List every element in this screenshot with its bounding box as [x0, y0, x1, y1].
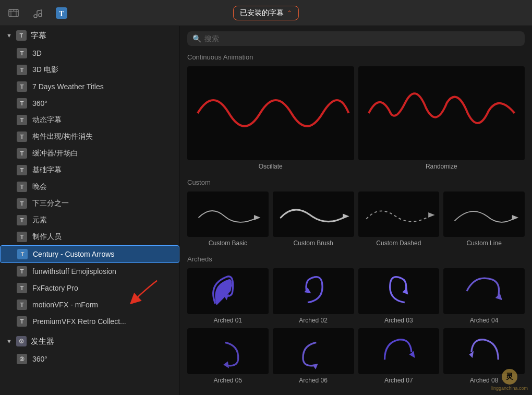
- expand-arrow-icon: ▼: [6, 32, 12, 39]
- svg-marker-12: [254, 215, 261, 220]
- t-icon: T: [17, 81, 27, 92]
- thumb-arched-05[interactable]: Arched 05: [187, 328, 269, 384]
- t-icon: T: [17, 131, 27, 142]
- sidebar-item-gen-360[interactable]: ② 360°: [0, 351, 179, 367]
- sidebar-section-zimu[interactable]: ▼ T 字幕: [0, 26, 179, 45]
- sidebar-item-buffer[interactable]: T 缓冲器/开场白: [0, 145, 179, 162]
- svg-line-9: [37, 10, 42, 11]
- toolbar: ★ T 已安装的字幕 ⌃: [0, 0, 532, 26]
- sidebar-item-basic[interactable]: T 基础字幕: [0, 162, 179, 178]
- thumb-arched-07[interactable]: Arched 07: [358, 328, 440, 384]
- chevron-icon: ⌃: [287, 9, 292, 17]
- svg-marker-14: [428, 212, 435, 218]
- sidebar-section-generator[interactable]: ▼ ② 发生器: [0, 332, 179, 351]
- svg-marker-15: [512, 215, 519, 220]
- t-icon: T: [17, 283, 27, 293]
- text-icon[interactable]: T: [53, 5, 70, 21]
- sidebar-item-wanhui[interactable]: T 晚会: [0, 178, 179, 195]
- custom-grid: Custom Basic Custom Brush: [187, 191, 525, 247]
- svg-marker-21: [312, 364, 318, 369]
- installed-dropdown[interactable]: 已安装的字幕 ⌃: [233, 6, 299, 20]
- sidebar-item-premiumvfx[interactable]: T PremiumVFX Retro Collect...: [0, 313, 179, 330]
- arched-01-label: Arched 01: [214, 317, 243, 324]
- sidebar-item-credits[interactable]: T 制作人员: [0, 229, 179, 245]
- toolbar-left: ★ T: [5, 5, 70, 21]
- t-icon: T: [17, 148, 27, 159]
- arched-05-label: Arched 05: [214, 377, 243, 384]
- archeds-grid: Arched 01 Arched 02: [187, 268, 525, 384]
- svg-marker-20: [223, 361, 229, 368]
- sidebar: ▼ T 字幕 T 3D T 3D 电影 T 7 Days Weather Tit…: [0, 26, 180, 395]
- right-panel: 🔍 Continuous Animation Oscillate: [180, 26, 532, 395]
- t-icon: T: [17, 198, 27, 209]
- continuous-animation-grid: Oscillate Randomize: [187, 66, 525, 170]
- thumb-randomize-box: [358, 66, 525, 160]
- thumb-custom-dashed[interactable]: Custom Dashed: [358, 191, 440, 247]
- dropdown-label: 已安装的字幕: [240, 8, 284, 18]
- thumb-arched-08-box: [443, 328, 525, 374]
- t-icon: T: [17, 249, 28, 259]
- section-t-icon: T: [16, 30, 27, 41]
- arched-04-label: Arched 04: [470, 317, 499, 324]
- thumb-custom-brush-box: [273, 191, 354, 237]
- t-icon: T: [17, 215, 27, 225]
- movie-icon[interactable]: ★: [5, 5, 22, 21]
- t-icon: T: [17, 266, 27, 277]
- thumb-arched-04-box: [443, 268, 525, 314]
- thumb-arched-05-box: [187, 328, 269, 374]
- sidebar-item-3d-movie[interactable]: T 3D 电影: [0, 62, 179, 78]
- sidebar-item-century-arrows[interactable]: T Century - Custom Arrows: [0, 245, 179, 263]
- section-custom-label: Custom: [187, 178, 525, 186]
- thumb-arched-04[interactable]: Arched 04: [443, 268, 525, 324]
- sidebar-item-3d[interactable]: T 3D: [0, 45, 179, 62]
- sidebar-item-weather[interactable]: T 7 Days Weather Titles: [0, 78, 179, 95]
- oscillate-label: Oscillate: [259, 163, 283, 170]
- thumb-arched-06[interactable]: Arched 06: [273, 328, 354, 384]
- sidebar-item-lowerthird[interactable]: T 下三分之一: [0, 195, 179, 212]
- sidebar-item-emoji[interactable]: T funwithstuff Emojisplosion: [0, 263, 179, 280]
- svg-point-6: [39, 14, 42, 17]
- thumb-arched-02[interactable]: Arched 02: [273, 268, 354, 324]
- thumb-arched-01[interactable]: Arched 01: [187, 268, 269, 324]
- thumb-arched-03-box: [358, 268, 440, 314]
- sidebar-item-motionfx[interactable]: T motionVFX - mForm: [0, 296, 179, 313]
- custom-dashed-label: Custom Dashed: [376, 240, 421, 247]
- t-icon: T: [17, 316, 27, 327]
- arched-07-label: Arched 07: [384, 377, 413, 384]
- svg-marker-18: [402, 288, 408, 295]
- svg-marker-17: [304, 288, 311, 294]
- t-icon: ②: [17, 354, 27, 364]
- thumb-oscillate[interactable]: Oscillate: [187, 66, 354, 170]
- custom-basic-label: Custom Basic: [209, 240, 247, 247]
- thumb-arched-02-box: [273, 268, 354, 314]
- thumb-arched-06-box: [273, 328, 354, 374]
- thumb-arched-03[interactable]: Arched 03: [358, 268, 440, 324]
- thumb-randomize[interactable]: Randomize: [358, 66, 525, 170]
- search-icon: 🔍: [192, 34, 201, 43]
- search-bar: 🔍: [187, 31, 525, 46]
- custom-line-label: Custom Line: [466, 240, 501, 247]
- thumb-oscillate-box: [187, 66, 354, 160]
- svg-marker-13: [343, 213, 349, 219]
- thumb-custom-basic-box: [187, 191, 269, 237]
- thumb-custom-line[interactable]: Custom Line: [443, 191, 525, 247]
- t-icon: T: [17, 98, 27, 109]
- sidebar-item-element[interactable]: T 元素: [0, 212, 179, 229]
- music-icon[interactable]: [29, 5, 46, 21]
- thumb-custom-basic[interactable]: Custom Basic: [187, 191, 269, 247]
- thumb-custom-brush[interactable]: Custom Brush: [273, 191, 354, 247]
- t-icon: T: [17, 300, 27, 310]
- num-icon: ②: [16, 336, 27, 346]
- search-input[interactable]: [204, 34, 519, 43]
- randomize-label: Randomize: [426, 163, 457, 170]
- sidebar-item-component[interactable]: T 构件出现/构件消失: [0, 128, 179, 145]
- t-icon: T: [17, 115, 27, 125]
- sidebar-item-dynamic[interactable]: T 动态字幕: [0, 112, 179, 128]
- expand-arrow-gen-icon: ▼: [6, 338, 12, 344]
- watermark-icon: 灵: [502, 369, 517, 385]
- watermark-text: lingganchina.com: [491, 386, 528, 391]
- sidebar-item-fxfactory[interactable]: T FxFactory Pro: [0, 280, 179, 296]
- arched-02-label: Arched 02: [299, 317, 328, 324]
- sidebar-item-360[interactable]: T 360°: [0, 95, 179, 112]
- t-icon: T: [17, 165, 27, 175]
